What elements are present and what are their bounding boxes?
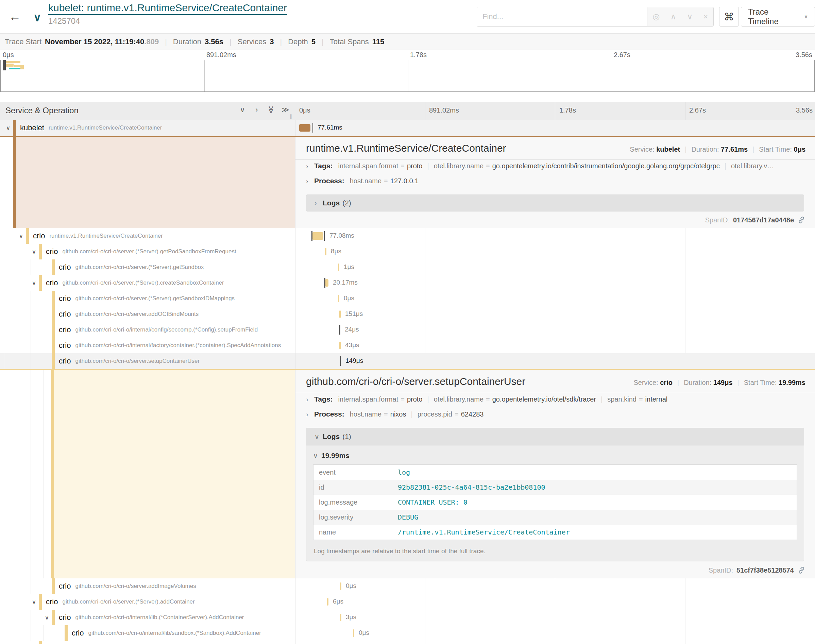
span-bar[interactable] bbox=[339, 342, 341, 349]
span-duration-label: 43μs bbox=[345, 341, 359, 349]
span-row[interactable]: ∨criogithub.com/cri-o/cri-o/server.(*Ser… bbox=[0, 594, 815, 610]
span-detail-crio: github.com/cri-o/cri-o/server.setupConta… bbox=[0, 369, 815, 578]
span-bar[interactable] bbox=[353, 629, 354, 637]
find-input[interactable] bbox=[477, 7, 647, 26]
span-bar[interactable] bbox=[338, 264, 339, 271]
column-resize-grip[interactable]: ∥ bbox=[290, 113, 293, 120]
log-field-row: log.severityDEBUG bbox=[314, 510, 797, 524]
service-name: crio bbox=[59, 341, 71, 350]
copy-link-icon[interactable] bbox=[797, 566, 806, 574]
span-detail-stats: Service: crio|Duration: 149μs|Start Time… bbox=[633, 379, 812, 386]
expand-chevron-icon[interactable]: ∨ bbox=[29, 248, 39, 255]
service-color-strip bbox=[52, 610, 55, 625]
log-field-key: id bbox=[314, 480, 393, 495]
span-row[interactable]: ∨criogithub.com/cri-o/cri-o/internal/lib… bbox=[0, 610, 815, 625]
minimap-span bbox=[5, 64, 14, 67]
span-row[interactable]: criogithub.com/cri-o/cri-o/server.(*Serv… bbox=[0, 259, 815, 275]
span-row[interactable]: criogithub.com/cri-o/cri-o/internal/fact… bbox=[0, 337, 815, 353]
expand-chevron-icon[interactable]: ∨ bbox=[29, 279, 39, 287]
span-row[interactable]: criogithub.com/cri-o/cri-o/internal/conf… bbox=[0, 322, 815, 337]
expand-one-icon[interactable]: › bbox=[252, 106, 261, 114]
span-detail-stats: Service: kubelet|Duration: 77.61ms|Start… bbox=[630, 146, 812, 153]
summary-item: Services3 bbox=[237, 37, 274, 46]
log-marker-tick bbox=[339, 325, 340, 334]
page-header: ← ∨ kubelet: runtime.v1.RuntimeService/C… bbox=[0, 0, 815, 34]
tags-toggle[interactable]: › Tags: internal.span.format=proto|otel.… bbox=[306, 162, 812, 177]
service-color-strip bbox=[39, 594, 42, 610]
minimap-scrubber[interactable] bbox=[3, 60, 6, 71]
timeline-tick-label: 0μs bbox=[299, 106, 310, 114]
logs-toggle[interactable]: › Logs (2) bbox=[306, 195, 804, 212]
tag-item: otel.library.name=go.opentelemetry.io/ot… bbox=[434, 396, 596, 403]
tag-item: otel.library.v… bbox=[731, 162, 774, 170]
service-name: kubelet bbox=[20, 123, 44, 132]
keyboard-shortcuts-button[interactable]: ⌘ bbox=[719, 7, 739, 26]
span-row[interactable]: ∨crioruntime.v1.RuntimeService/CreateCon… bbox=[0, 228, 815, 244]
expand-chevron-icon[interactable]: ∨ bbox=[42, 614, 52, 621]
collapse-all-icon[interactable]: ≫ bbox=[267, 106, 276, 114]
trace-id: 1425704 bbox=[48, 16, 287, 26]
span-bar[interactable] bbox=[340, 614, 342, 621]
process-toggle[interactable]: › Process: host.name=127.0.0.1 bbox=[306, 177, 812, 192]
separator: | bbox=[322, 37, 324, 46]
span-bar[interactable] bbox=[299, 124, 310, 132]
span-duration-label: 8μs bbox=[331, 248, 342, 255]
span-bar[interactable] bbox=[325, 248, 326, 255]
log-field-row: log.messageCONTAINER USER: 0 bbox=[314, 495, 797, 510]
operation-name: github.com/cri-o/cri-o/server.(*Server).… bbox=[62, 279, 224, 286]
prev-match-icon[interactable]: ∧ bbox=[670, 12, 676, 21]
span-row[interactable]: criogithub.com/cri-o/cri-o/internal/lib/… bbox=[0, 625, 815, 641]
operation-name: github.com/cri-o/cri-o/internal/lib.(*Co… bbox=[75, 614, 244, 621]
span-duration-label: 6μs bbox=[333, 598, 343, 605]
collapse-one-icon[interactable]: ∨ bbox=[238, 106, 247, 114]
span-row[interactable]: criogithub.com/cri-o/cri-o/server.addOCI… bbox=[0, 307, 815, 322]
expand-chevron-icon[interactable]: ∨ bbox=[3, 124, 13, 132]
trace-title-link[interactable]: kubelet: runtime.v1.RuntimeService/Creat… bbox=[48, 2, 287, 15]
log-entry-toggle[interactable]: ∨ 19.99ms bbox=[313, 452, 797, 460]
stat-item: Duration: 77.61ms bbox=[691, 146, 748, 153]
operation-name: github.com/cri-o/cri-o/server.(*Server).… bbox=[62, 248, 236, 255]
minimap-span bbox=[9, 67, 20, 69]
span-row[interactable]: ∨criogithub.com/cri-o/cri-o/server.(*Ser… bbox=[0, 275, 815, 291]
next-match-icon[interactable]: ∨ bbox=[687, 12, 693, 21]
view-dropdown-button[interactable]: Trace Timeline ∨ bbox=[741, 7, 815, 26]
service-color-strip bbox=[52, 291, 55, 307]
service-name: crio bbox=[72, 629, 84, 638]
find-controls: ◎∧∨× bbox=[647, 7, 714, 26]
service-name: crio bbox=[46, 597, 58, 606]
process-toggle[interactable]: › Process: host.name=nixos|process.pid=6… bbox=[306, 410, 812, 425]
logs-toggle[interactable]: ∨ Logs (1) bbox=[306, 428, 804, 445]
copy-link-icon[interactable] bbox=[797, 216, 806, 224]
span-row[interactable]: ∨kubeletruntime.v1.RuntimeService/Create… bbox=[0, 120, 815, 136]
span-row[interactable]: criogithub.com/cri-o/cri-o/server.(*Serv… bbox=[0, 291, 815, 307]
span-duration-label: 3μs bbox=[346, 613, 356, 621]
span-row[interactable]: criogithub.com/cri-o/cri-o/server.(*Serv… bbox=[0, 641, 815, 644]
timeline-minimap[interactable] bbox=[0, 60, 815, 92]
span-bar[interactable] bbox=[312, 232, 323, 240]
expand-chevron-icon[interactable]: ∨ bbox=[16, 233, 26, 240]
span-bar[interactable] bbox=[339, 310, 341, 318]
scope-match-icon[interactable]: ◎ bbox=[653, 12, 660, 21]
span-row[interactable]: criogithub.com/cri-o/cri-o/server.addIma… bbox=[0, 578, 815, 594]
span-id: SpanID:0174567d17a0448e bbox=[705, 216, 806, 224]
span-bar[interactable] bbox=[338, 295, 339, 302]
clear-search-icon[interactable]: × bbox=[703, 12, 708, 21]
trace-collapse-chevron-icon[interactable]: ∨ bbox=[33, 11, 41, 24]
column-divider[interactable] bbox=[295, 120, 296, 644]
tag-item: span.kind=internal bbox=[607, 396, 668, 403]
span-bar[interactable] bbox=[327, 598, 328, 606]
expand-chevron-icon[interactable]: ∨ bbox=[29, 598, 39, 606]
log-field-key: log.message bbox=[314, 495, 393, 510]
service-name: crio bbox=[59, 582, 71, 590]
log-field-row: name/runtime.v1.RuntimeService/CreateCon… bbox=[314, 524, 797, 540]
span-row[interactable]: criogithub.com/cri-o/cri-o/server.setupC… bbox=[0, 353, 815, 369]
tag-item: host.name=nixos bbox=[350, 410, 406, 418]
span-row[interactable]: ∨criogithub.com/cri-o/cri-o/server.(*Ser… bbox=[0, 244, 815, 259]
expand-all-icon[interactable]: ≫ bbox=[281, 106, 290, 114]
service-name: crio bbox=[59, 310, 71, 319]
tags-toggle[interactable]: › Tags: internal.span.format=proto|otel.… bbox=[306, 395, 812, 410]
span-bar[interactable] bbox=[340, 583, 342, 590]
span-bar[interactable] bbox=[325, 279, 328, 287]
back-arrow-icon[interactable]: ← bbox=[0, 0, 30, 33]
tag-item: internal.span.format=proto bbox=[338, 396, 422, 403]
